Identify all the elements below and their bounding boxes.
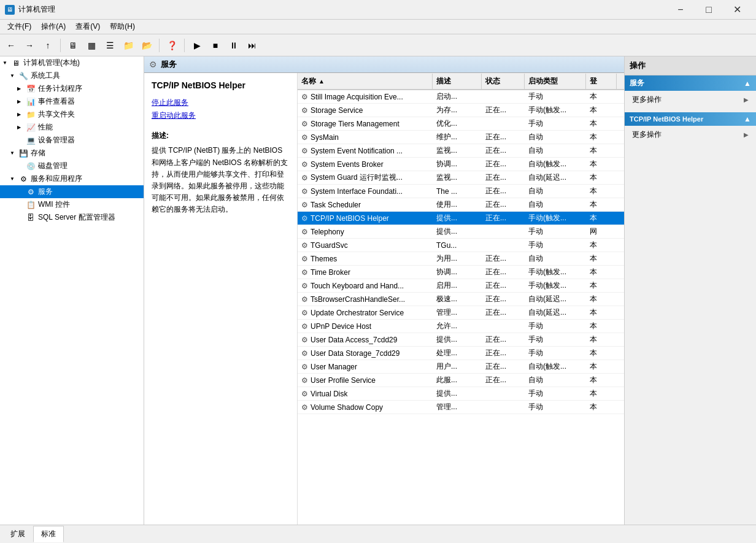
list-row[interactable]: ⚙User Data Storage_7cdd29处理...正在...手动本 [298,347,624,360]
list-row[interactable]: ⚙User Data Access_7cdd29提供...正在...手动本 [298,333,624,347]
list-row[interactable]: ⚙Time Broker协调...正在...手动(触发...本 [298,266,624,279]
tree-root-arrow[interactable]: ▼ [2,60,10,66]
maximize-button[interactable]: □ [695,0,723,20]
list-row[interactable]: ⚙Touch Keyboard and Hand...启用...正在...手动(… [298,279,624,293]
list-row[interactable]: ⚙Themes为用...正在...自动本 [298,252,624,266]
open-button[interactable]: 📂 [138,37,155,54]
stop-button[interactable]: ■ [207,37,224,54]
tree-system-tools-arrow[interactable]: ▼ [10,73,17,79]
up-button[interactable]: ↑ [39,37,56,54]
list-row[interactable]: ⚙Storage Service为存...正在...手动(触发...本 [298,104,624,117]
service-name-cell: ⚙Virtual Disk [298,388,433,399]
folder-button[interactable]: 📁 [120,37,137,54]
service-name-text: Volume Shadow Copy [310,403,383,412]
menu-help[interactable]: 帮助(H) [105,20,140,33]
help-button[interactable]: ❓ [163,37,180,54]
restart-button[interactable]: ⏭ [244,37,261,54]
list-row[interactable]: ⚙Storage Tiers Management优化...手动本 [298,117,624,131]
tab-extended[interactable]: 扩展 [2,526,33,542]
right-section-tcpip[interactable]: TCP/IP NetBIOS Helper ▲ [625,112,756,126]
service-status-cell [482,244,525,247]
list-row[interactable]: ⚙Telephony提供...手动网 [298,225,624,239]
tree-storage-arrow[interactable]: ▼ [10,150,17,156]
minimize-button[interactable]: − [666,0,695,20]
list-row[interactable]: ⚙Virtual Disk提供...手动本 [298,387,624,401]
tree-storage[interactable]: ▼ 💾 存储 [0,147,144,160]
tree-device-arrow[interactable] [17,137,25,143]
tree-sql[interactable]: 🗄 SQL Server 配置管理器 [0,211,144,224]
forward-button[interactable]: → [21,37,38,54]
tree-perf-arrow[interactable]: ▶ [17,125,25,130]
list-row[interactable]: ⚙User Manager用户...正在...自动(触发...本 [298,360,624,374]
tree-sql-arrow[interactable] [17,215,25,220]
close-button[interactable]: ✕ [723,0,751,20]
tree-disk-arrow[interactable] [17,163,25,169]
stop-service-link[interactable]: 停止此服务 [152,98,290,108]
list-row[interactable]: ⚙UPnP Device Host允许...手动本 [298,320,624,333]
list-row[interactable]: ⚙TGuardSvcTGu...手动本 [298,239,624,252]
tree-disk-mgmt[interactable]: 💿 磁盘管理 [0,160,144,172]
tree-task-arrow[interactable]: ▶ [17,86,25,91]
restart-service-link[interactable]: 重启动此服务 [152,110,290,121]
tree-svc-apps-arrow[interactable]: ▼ [10,176,17,182]
col-header-desc[interactable]: 描述 [433,74,482,89]
list-row[interactable]: ⚙System Interface Foundati...The ...正在..… [298,185,624,198]
tree-wmi[interactable]: 📋 WMI 控件 [0,198,144,211]
col-header-startup[interactable]: 启动类型 [525,74,586,89]
tab-standard[interactable]: 标准 [33,526,64,542]
list-row[interactable]: ⚙User Profile Service此服...正在...自动本 [298,374,624,387]
list-row[interactable]: ⚙System Event Notification ...监视...正在...… [298,144,624,158]
col-header-name[interactable]: 名称 ▲ [298,74,433,89]
service-name-cell: ⚙User Data Access_7cdd29 [298,334,433,345]
col-header-status[interactable]: 状态 [482,74,525,89]
service-name-text: User Data Access_7cdd29 [310,336,397,344]
tree-services[interactable]: ⚙ 服务 [0,185,144,198]
right-more-actions-2[interactable]: 更多操作 ▶ [625,127,756,142]
service-name-text: Telephony [310,228,344,236]
tree-event-arrow[interactable]: ▶ [17,99,25,104]
list-row[interactable]: ⚙System Guard 运行时监视...监视...正在...自动(延迟...… [298,171,624,185]
menu-file[interactable]: 文件(F) [2,20,36,33]
service-name-cell: ⚙Storage Tiers Management [298,118,433,129]
tree-system-tools-icon: 🔧 [18,71,28,81]
menu-action[interactable]: 操作(A) [36,20,71,33]
tree-task-scheduler[interactable]: ▶ 📅 任务计划程序 [0,82,144,95]
tree-system-tools[interactable]: ▼ 🔧 系统工具 [0,69,144,82]
list-row[interactable]: ⚙Still Image Acquisition Eve...启动...手动本 [298,90,624,104]
service-gear-icon: ⚙ [301,160,308,169]
list-row[interactable]: ⚙Task Scheduler使用...正在...自动本 [298,198,624,212]
list-row[interactable]: ⚙System Events Broker协调...正在...自动(触发...本 [298,158,624,171]
tree-performance[interactable]: ▶ 📈 性能 [0,121,144,134]
service-gear-icon: ⚙ [301,390,308,398]
panel-header: ⚙ 服务 [144,56,624,73]
tree-event-label: 事件查看器 [38,96,75,107]
list-row[interactable]: ⚙Volume Shadow Copy管理...手动本 [298,401,624,414]
pause-button[interactable]: ⏸ [225,37,242,54]
menu-view[interactable]: 查看(V) [71,20,105,33]
col-header-logon[interactable]: 登 [586,74,617,89]
tree-services-apps[interactable]: ▼ ⚙ 服务和应用程序 [0,172,144,185]
back-button[interactable]: ← [2,37,20,54]
right-more-actions-1[interactable]: 更多操作 ▶ [625,92,756,107]
tree-wmi-arrow[interactable] [17,202,25,207]
service-name-text: SysMain [310,133,339,142]
list-row[interactable]: ⚙Update Orchestrator Service管理...正在...自动… [298,306,624,320]
tree-shared-folders[interactable]: ▶ 📁 共享文件夹 [0,108,144,121]
tree-svc-arrow[interactable] [17,189,25,194]
list-view-button[interactable]: ▦ [83,37,100,54]
list-row[interactable]: ⚙TsBrowserCrashHandleSer...极速...正在...自动(… [298,293,624,306]
service-status-cell [482,96,525,98]
tree-wmi-label: WMI 控件 [38,199,70,210]
computer-button[interactable]: 🖥 [64,37,82,54]
tree-shared-arrow[interactable]: ▶ [17,112,25,117]
tree-device-manager[interactable]: 💻 设备管理器 [0,134,144,147]
right-section-services[interactable]: 服务 ▲ [625,75,756,91]
list-row[interactable]: ⚙TCP/IP NetBIOS Helper提供...正在...手动(触发...… [298,212,624,225]
service-status-cell: 正在... [482,374,525,387]
play-button[interactable]: ▶ [188,37,206,54]
tree-root[interactable]: ▼ 🖥 计算机管理(本地) [0,56,144,69]
list-row[interactable]: ⚙SysMain维护...正在...自动本 [298,131,624,144]
detail-view-button[interactable]: ☰ [101,37,118,54]
tree-event-viewer[interactable]: ▶ 📊 事件查看器 [0,95,144,108]
service-logon-cell: 本 [586,401,617,414]
